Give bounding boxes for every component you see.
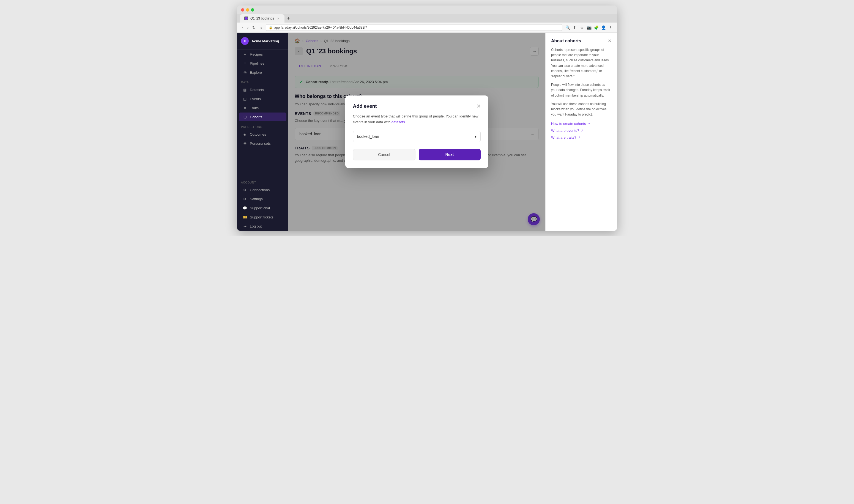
what-are-traits-link[interactable]: What are traits? ↗	[551, 136, 611, 140]
log-out-icon: ⇥	[243, 224, 247, 228]
support-tickets-icon: 🎫	[243, 215, 247, 219]
share-browser-icon[interactable]: ⬆	[572, 25, 577, 30]
sidebar-item-datasets[interactable]: ▦ Datasets	[239, 85, 286, 94]
cancel-button[interactable]: Cancel	[353, 149, 415, 160]
datasets-link[interactable]: datasets	[392, 120, 405, 124]
tab-close-button[interactable]: ✕	[276, 17, 280, 20]
forward-browser-button[interactable]: ›	[246, 24, 250, 31]
sidebar-predictions-section: ◈ Outcomes ❋ Persona sets	[237, 130, 288, 148]
sidebar: Acme Marketing ✦ Recipes ⋮ Pipelines ◎ E…	[237, 33, 288, 231]
panel-header: About cohorts ✕	[551, 38, 611, 43]
sidebar-item-label: Connections	[250, 188, 270, 192]
predictions-section-label: PREDICTIONS	[237, 122, 288, 130]
app-container: Acme Marketing ✦ Recipes ⋮ Pipelines ◎ E…	[237, 33, 617, 231]
sidebar-item-support-tickets[interactable]: 🎫 Support tickets	[239, 213, 286, 221]
modal-close-button[interactable]: ✕	[476, 103, 480, 109]
bookmark-browser-icon[interactable]: ☆	[579, 25, 584, 30]
sidebar-item-connections[interactable]: ⚙ Connections	[239, 185, 286, 194]
sidebar-data-section: ▦ Datasets ◫ Events ≡ Traits ⬡ Cohorts	[237, 85, 288, 122]
what-are-events-link[interactable]: What are events? ↗	[551, 128, 611, 132]
refresh-browser-button[interactable]: ↻	[251, 24, 257, 31]
main-content: 🏠 › Cohorts › Q1 '23 bookings ‹ Q1 '23 b…	[288, 33, 545, 231]
sidebar-item-label: Support tickets	[250, 215, 273, 219]
tab-favicon-icon	[244, 17, 248, 20]
browser-tab[interactable]: Q1 '23 bookings ✕	[240, 14, 285, 22]
browser-action-buttons: 🔍 ⬆ ☆ 📷 🧩 👤 ⋮	[565, 25, 613, 30]
company-name: Acme Marketing	[252, 39, 279, 43]
title-bar	[237, 5, 617, 14]
home-browser-button[interactable]: ⌂	[258, 24, 263, 31]
tab-title: Q1 '23 bookings	[250, 17, 274, 20]
support-chat-icon: 💬	[243, 206, 247, 210]
sidebar-item-traits[interactable]: ≡ Traits	[239, 104, 286, 112]
sidebar-item-explore[interactable]: ◎ Explore	[239, 68, 286, 77]
panel-close-button[interactable]: ✕	[608, 38, 611, 43]
next-button[interactable]: Next	[419, 149, 480, 160]
modal-title: Add event	[353, 104, 377, 109]
sidebar-item-label: Settings	[250, 197, 263, 201]
outcomes-icon: ◈	[243, 132, 247, 137]
svg-point-0	[245, 17, 248, 20]
sidebar-item-label: Datasets	[250, 88, 264, 92]
panel-paragraph-3: You will use these cohorts as building b…	[551, 102, 611, 118]
traffic-lights	[241, 8, 254, 12]
select-chevron-icon: ▾	[475, 134, 476, 139]
sidebar-logo: Acme Marketing	[237, 33, 288, 50]
cohorts-icon: ⬡	[243, 115, 247, 119]
connections-icon: ⚙	[243, 187, 247, 192]
profile-browser-icon[interactable]: 👤	[601, 25, 606, 30]
minimize-window-button[interactable]	[246, 8, 249, 12]
how-to-create-cohorts-link[interactable]: How to create cohorts ↗	[551, 122, 611, 126]
event-type-select[interactable]: booked_loan ▾	[353, 131, 480, 142]
external-link-icon-2: ↗	[581, 129, 583, 132]
account-section-label: ACCOUNT	[237, 177, 288, 185]
sidebar-nav-section: ✦ Recipes ⋮ Pipelines ◎ Explore	[237, 50, 288, 77]
sidebar-item-label: Outcomes	[250, 132, 266, 137]
select-value: booked_loan	[357, 134, 379, 139]
settings-icon: ⚙	[243, 197, 247, 201]
sidebar-item-cohorts[interactable]: ⬡ Cohorts	[239, 112, 286, 121]
browser-toolbar: ‹ › ↻ ⌂ 🔒 app.faraday.ai/cohorts/96292fa…	[237, 22, 617, 33]
sidebar-item-persona-sets[interactable]: ❋ Persona sets	[239, 139, 286, 148]
external-link-icon-1: ↗	[587, 122, 590, 125]
maximize-window-button[interactable]	[251, 8, 254, 12]
traits-icon: ≡	[243, 106, 247, 110]
sidebar-item-recipes[interactable]: ✦ Recipes	[239, 50, 286, 59]
search-browser-icon[interactable]: 🔍	[565, 25, 570, 30]
address-bar[interactable]: 🔒 app.faraday.ai/cohorts/96292fae-7a26-4…	[266, 24, 562, 31]
sidebar-item-events[interactable]: ◫ Events	[239, 94, 286, 103]
sidebar-item-label: Persona sets	[250, 141, 271, 146]
sidebar-item-label: Support chat	[250, 206, 270, 210]
nav-buttons: ‹ › ↻ ⌂	[241, 24, 263, 31]
recipes-icon: ✦	[243, 52, 247, 56]
close-window-button[interactable]	[241, 8, 244, 12]
right-panel: About cohorts ✕ Cohorts represent specif…	[545, 33, 617, 231]
pipelines-icon: ⋮	[243, 61, 247, 66]
modal-overlay: Add event ✕ Choose an event type that wi…	[288, 33, 545, 231]
back-browser-button[interactable]: ‹	[241, 24, 244, 31]
new-tab-button[interactable]: +	[285, 15, 292, 22]
extensions-browser-icon[interactable]: 🧩	[594, 25, 599, 30]
screenshot-browser-icon[interactable]: 📷	[586, 25, 592, 30]
datasets-icon: ▦	[243, 88, 247, 92]
sidebar-item-label: Traits	[250, 106, 259, 110]
sidebar-item-log-out[interactable]: ⇥ Log out	[239, 222, 286, 231]
sidebar-item-pipelines[interactable]: ⋮ Pipelines	[239, 59, 286, 68]
tab-bar: Q1 '23 bookings ✕ +	[237, 14, 617, 22]
panel-body: Cohorts represent specific groups of peo…	[551, 47, 611, 117]
explore-icon: ◎	[243, 70, 247, 75]
sidebar-item-label: Pipelines	[250, 61, 265, 66]
sidebar-item-support-chat[interactable]: 💬 Support chat	[239, 203, 286, 212]
url-display: app.faraday.ai/cohorts/96292fae-7a26-404…	[274, 25, 367, 30]
panel-paragraph-2: People will flow into these cohorts as y…	[551, 82, 611, 98]
sidebar-item-settings[interactable]: ⚙ Settings	[239, 195, 286, 203]
modal-actions: Cancel Next	[353, 149, 480, 160]
persona-sets-icon: ❋	[243, 141, 247, 146]
sidebar-item-outcomes[interactable]: ◈ Outcomes	[239, 130, 286, 139]
app-logo-icon	[241, 37, 249, 45]
menu-browser-icon[interactable]: ⋮	[608, 25, 613, 30]
modal-header: Add event ✕	[353, 103, 480, 109]
external-link-icon-3: ↗	[578, 136, 581, 139]
modal-description: Choose an event type that will define th…	[353, 114, 480, 125]
sidebar-account-section: ⚙ Connections ⚙ Settings 💬 Support chat …	[237, 185, 288, 231]
